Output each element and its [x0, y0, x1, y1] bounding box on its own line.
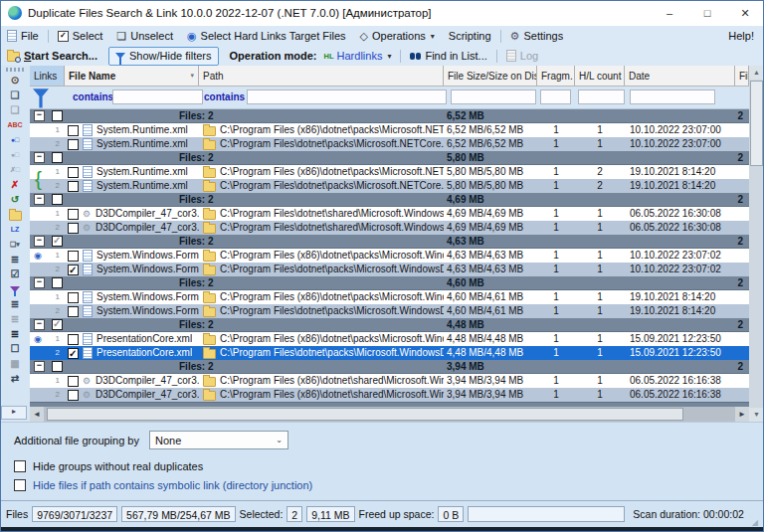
row-checkbox[interactable]: [68, 167, 79, 178]
group-checkbox[interactable]: [52, 236, 63, 247]
row-checkbox[interactable]: [68, 390, 79, 401]
file-row[interactable]: 2⚙D3DCompiler_47_cor3.dllC:\Program File…: [30, 221, 749, 235]
hide-groups-checkbox[interactable]: [14, 460, 26, 472]
group-header-row[interactable]: −Files: 24,48 MB2: [30, 318, 749, 332]
hardlink-count-filter-input[interactable]: [578, 89, 625, 104]
group-checkbox[interactable]: [52, 319, 63, 330]
move-to-folder-icon[interactable]: [4, 207, 26, 222]
path-filter-input[interactable]: [247, 89, 447, 104]
group-header-row[interactable]: −Files: 24,60 MB2: [30, 276, 749, 290]
collapse-group-icon[interactable]: −: [34, 110, 45, 121]
scroll-down-icon[interactable]: ▼: [749, 408, 764, 422]
size-filter-input[interactable]: [451, 89, 536, 104]
scroll-up-icon[interactable]: ▲: [749, 66, 764, 80]
close-button[interactable]: ✕: [726, 0, 764, 26]
file-row[interactable]: 2System.Windows.Forms.xmlC:\Program File…: [30, 263, 749, 276]
group-header-row[interactable]: −Files: 24,63 MB2: [30, 235, 749, 249]
collapse-group-icon[interactable]: −: [34, 152, 45, 163]
group-checkbox[interactable]: [52, 277, 63, 288]
row-checkbox[interactable]: [68, 209, 79, 220]
list-report-icon[interactable]: ≣: [4, 252, 26, 266]
file-row[interactable]: ◉1System.Windows.Forms.xmlC:\Program Fil…: [30, 249, 749, 263]
film-disabled-icon[interactable]: ▦: [4, 356, 26, 371]
row-checkbox[interactable]: [68, 223, 79, 234]
extension-box-icon[interactable]: ☐: [4, 341, 26, 356]
toolbar-grip[interactable]: [6, 68, 24, 72]
minimize-button[interactable]: –: [651, 0, 688, 26]
column-header-links[interactable]: Links: [30, 66, 65, 86]
column-header-file-name[interactable]: File Name▾: [65, 66, 199, 86]
row-checkbox[interactable]: [68, 139, 79, 150]
menu-settings[interactable]: ⚙ Settings: [503, 27, 571, 45]
menu-help[interactable]: Help!: [721, 27, 764, 45]
hardlink-disabled-icon[interactable]: ●□: [4, 147, 26, 162]
fragments-filter-input[interactable]: [540, 89, 571, 104]
start-search-button[interactable]: Start Search...: [0, 47, 104, 65]
log-button[interactable]: Log: [499, 47, 545, 65]
menu-file[interactable]: File: [0, 27, 46, 45]
file-row[interactable]: 2System.Runtime.xmlC:\Program Files\dotn…: [30, 137, 749, 151]
row-checkbox[interactable]: [68, 292, 79, 303]
file-row[interactable]: 2System.Runtime.xmlC:\Program Files\dotn…: [30, 179, 749, 193]
group-checkbox[interactable]: [52, 110, 63, 121]
filter-selected-icon[interactable]: [4, 281, 26, 296]
vertical-scrollbar[interactable]: ▲ ▼: [749, 66, 764, 422]
row-checkbox[interactable]: [68, 376, 79, 387]
date-filter-input[interactable]: [630, 89, 715, 104]
row-checkbox[interactable]: [68, 265, 79, 275]
lz-compress-icon[interactable]: LZ: [4, 222, 26, 237]
collapse-all-groups-icon[interactable]: ❏: [4, 102, 26, 117]
collapse-group-icon[interactable]: −: [34, 319, 45, 330]
operation-mode-dropdown[interactable]: Hardlinks ▾: [334, 47, 399, 65]
group-header-row[interactable]: −Files: 26,52 MB2: [30, 109, 749, 123]
delete-files-icon[interactable]: ✗: [4, 177, 26, 192]
file-row[interactable]: {1System.Runtime.xmlC:\Program Files (x8…: [30, 165, 749, 179]
file-row[interactable]: 1System.Runtime.xmlC:\Program Files (x86…: [30, 123, 749, 137]
hide-symlink-checkbox[interactable]: [14, 479, 26, 491]
file-row[interactable]: 1System.Windows.Forms.xmlC:\Program File…: [30, 290, 749, 304]
column-header-file-size-size-on-disk[interactable]: File Size/Size on Disk: [444, 66, 537, 86]
copy-list-dropdown-icon[interactable]: ❏▾: [4, 237, 26, 252]
group-header-row[interactable]: −Files: 24,69 MB2: [30, 193, 749, 207]
row-checkbox[interactable]: [68, 251, 79, 262]
scroll-right-icon[interactable]: ►: [735, 407, 749, 422]
list-disabled-icon[interactable]: ≣: [4, 311, 26, 326]
column-header-files[interactable]: Files: [735, 66, 749, 86]
resize-grip[interactable]: ◢: [752, 518, 758, 527]
list-marked-icon[interactable]: ≣: [4, 326, 26, 341]
preview-icon[interactable]: ⊙: [4, 73, 26, 88]
file-row[interactable]: 1⚙D3DCompiler_47_cor3.dllC:\Program File…: [30, 374, 749, 388]
menu-unselect[interactable]: ❏ Unselect: [109, 27, 180, 45]
list-all-icon[interactable]: ≣: [4, 296, 26, 311]
recycle-bin-icon[interactable]: ↺: [4, 192, 26, 207]
horizontal-scrollbar-thumb[interactable]: [47, 408, 683, 421]
row-checkbox[interactable]: [68, 334, 79, 345]
scroll-left-icon[interactable]: ◄: [30, 407, 44, 422]
row-checkbox[interactable]: [68, 181, 79, 192]
file-row[interactable]: 2⚙D3DCompiler_47_cor3.dllC:\Program File…: [30, 388, 749, 402]
collapse-group-icon[interactable]: −: [34, 194, 45, 205]
horizontal-scrollbar[interactable]: ◄ ►: [30, 407, 749, 422]
column-header-date[interactable]: Date: [625, 66, 735, 86]
group-checkbox[interactable]: [52, 194, 63, 205]
column-header-path[interactable]: Path: [199, 66, 444, 86]
group-checkbox[interactable]: [52, 152, 63, 163]
vertical-scrollbar-thumb[interactable]: [750, 81, 763, 166]
unlink-disabled-icon[interactable]: ✗□: [4, 162, 26, 177]
collapse-group-icon[interactable]: −: [34, 236, 45, 247]
compare-folders-icon[interactable]: ⇄: [4, 371, 26, 386]
menu-scripting[interactable]: Scripting: [442, 27, 498, 45]
group-header-row[interactable]: −Files: 23,94 MB2: [30, 360, 749, 374]
find-in-list-button[interactable]: Find in List...: [403, 47, 493, 65]
file-row[interactable]: 2PresentationCore.xmlC:\Program Files\do…: [30, 346, 749, 360]
expand-all-groups-icon[interactable]: ❏: [4, 88, 26, 102]
row-checkbox[interactable]: [68, 125, 79, 136]
group-header-row[interactable]: −Files: 25,80 MB2: [30, 151, 749, 165]
grouping-select[interactable]: None ⌄: [149, 431, 288, 449]
maximize-button[interactable]: □: [688, 0, 726, 26]
select-by-extension-icon[interactable]: ☑: [4, 266, 26, 281]
name-filter-input[interactable]: [112, 89, 203, 104]
collapse-group-icon[interactable]: −: [34, 361, 45, 372]
file-row[interactable]: 2System.Windows.Forms.xmlC:\Program File…: [30, 304, 749, 318]
row-checkbox[interactable]: [68, 306, 79, 317]
